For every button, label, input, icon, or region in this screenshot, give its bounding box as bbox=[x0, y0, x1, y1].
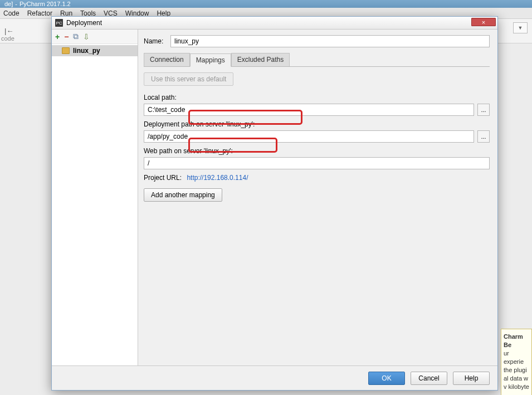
servers-toolbar: + − ⧉ ⇩ bbox=[52, 30, 138, 44]
back-icon[interactable]: |← bbox=[4, 27, 13, 35]
dialog-titlebar: PC Deployment × bbox=[52, 17, 497, 30]
server-list: linux_py bbox=[52, 44, 138, 365]
name-input[interactable] bbox=[170, 35, 490, 47]
copy-server-icon[interactable]: ⧉ bbox=[73, 32, 79, 41]
remove-server-icon[interactable]: − bbox=[64, 32, 69, 41]
local-path-browse-button[interactable]: ... bbox=[477, 104, 490, 116]
settings-tabs: Connection Mappings Excluded Paths bbox=[144, 53, 490, 67]
deploy-path-label: Deployment path on server 'linux_py': bbox=[144, 120, 490, 128]
settings-panel: Name: Connection Mappings Excluded Paths… bbox=[138, 30, 497, 365]
dialog-icon: PC bbox=[55, 19, 63, 27]
notif-line: v kilobyte bbox=[504, 383, 529, 390]
servers-panel: + − ⧉ ⇩ linux_py bbox=[52, 30, 138, 365]
notif-line: ur experie bbox=[504, 350, 524, 365]
add-mapping-button[interactable]: Add another mapping bbox=[144, 188, 222, 202]
app-titlebar: de] - PyCharm 2017.1.2 bbox=[0, 0, 532, 8]
title-prefix: de] bbox=[4, 0, 13, 8]
code-stub-label: code bbox=[1, 35, 14, 42]
notif-line: the plugi bbox=[504, 367, 527, 373]
server-item-linux-py[interactable]: linux_py bbox=[52, 45, 138, 56]
server-name: linux_py bbox=[73, 47, 100, 55]
import-server-icon[interactable]: ⇩ bbox=[83, 32, 90, 41]
ok-button[interactable]: OK bbox=[368, 372, 405, 385]
deploy-path-browse-button[interactable]: ... bbox=[477, 130, 490, 143]
deployment-dialog: PC Deployment × + − ⧉ ⇩ linux_py Name: bbox=[51, 16, 498, 391]
notification-panel: Charm Be ur experie the plugi al data w … bbox=[501, 329, 532, 395]
web-path-label: Web path on server 'linux_py': bbox=[144, 147, 490, 155]
project-url-link[interactable]: http://192.168.0.114/ bbox=[187, 174, 248, 182]
menu-refactor[interactable]: Refactor bbox=[27, 9, 52, 17]
notif-line: al data w bbox=[504, 375, 528, 382]
dialog-title: Deployment bbox=[66, 19, 102, 27]
project-url-label: Project URL: bbox=[144, 174, 182, 182]
help-button[interactable]: Help bbox=[453, 372, 490, 385]
name-label: Name: bbox=[144, 37, 170, 45]
deploy-path-input[interactable] bbox=[144, 130, 474, 143]
notif-title: Charm Be bbox=[504, 333, 523, 348]
local-path-input[interactable] bbox=[144, 104, 474, 116]
tab-mappings[interactable]: Mappings bbox=[190, 53, 231, 67]
tab-excluded-paths[interactable]: Excluded Paths bbox=[231, 53, 290, 66]
web-path-input[interactable] bbox=[144, 157, 490, 169]
top-right-dropdown[interactable]: ▼ bbox=[513, 22, 528, 33]
menu-code[interactable]: Code bbox=[3, 9, 19, 17]
close-button[interactable]: × bbox=[471, 18, 496, 26]
local-path-label: Local path: bbox=[144, 94, 490, 101]
tab-connection[interactable]: Connection bbox=[144, 53, 190, 66]
server-icon bbox=[62, 47, 70, 54]
cancel-button[interactable]: Cancel bbox=[411, 372, 447, 385]
dialog-footer: OK Cancel Help bbox=[52, 365, 497, 390]
use-default-button: Use this server as default bbox=[144, 72, 233, 86]
app-title: PyCharm 2017.1.2 bbox=[19, 0, 71, 8]
add-server-icon[interactable]: + bbox=[55, 32, 60, 41]
